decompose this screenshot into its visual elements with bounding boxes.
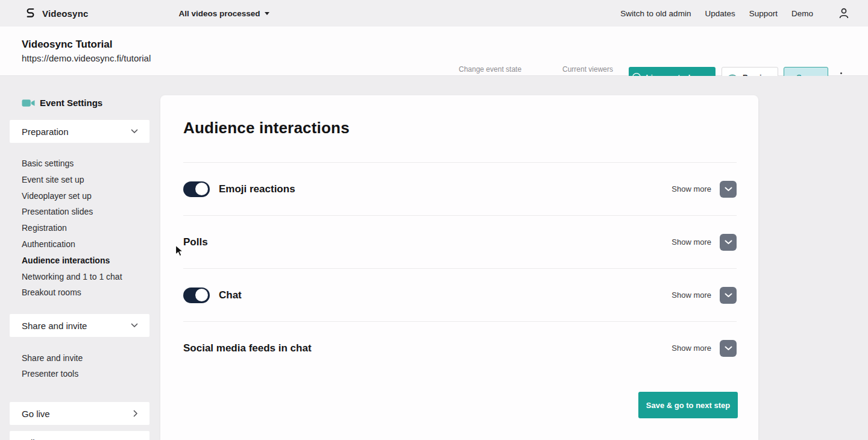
chevron-down-icon xyxy=(725,187,732,192)
feature-row-emoji-reactions: Emoji reactions Show more xyxy=(183,162,737,215)
sidebar-item-authentication[interactable]: Authentication xyxy=(10,236,149,253)
expand-button[interactable] xyxy=(720,287,737,304)
feature-row-polls: Polls Show more xyxy=(183,215,737,268)
videos-processed-dropdown[interactable]: All videos processed xyxy=(179,9,269,18)
page-title: Audience interactions xyxy=(183,119,758,137)
sidebar-item-videoplayer-set-up[interactable]: Videoplayer set up xyxy=(10,188,149,204)
share-invite-items: Share and invite Presenter tools xyxy=(10,337,149,389)
sidebar-item-basic-settings[interactable]: Basic settings xyxy=(10,156,149,172)
feature-rows: Emoji reactions Show more Polls Show m xyxy=(160,162,758,374)
audience-interactions-panel: Audience interactions Emoji reactions Sh… xyxy=(160,95,758,440)
show-more-link[interactable]: Show more xyxy=(671,291,711,300)
sidebar-item-networking-1to1-chat[interactable]: Networking and 1 to 1 chat xyxy=(10,269,149,285)
event-title: Videosync Tutorial xyxy=(22,39,868,51)
sidebar-item-registration[interactable]: Registration xyxy=(10,220,149,236)
sidebar-section-preparation[interactable]: Preparation xyxy=(10,120,149,143)
show-more-link[interactable]: Show more xyxy=(671,184,711,193)
topbar-links: Switch to old admin Updates Support Demo xyxy=(620,7,850,19)
toggle-knob xyxy=(195,183,208,195)
sidebar-item-breakout-rooms[interactable]: Breakout rooms xyxy=(10,284,149,301)
event-header: Videosync Tutorial https://demo.videosyn… xyxy=(0,27,868,76)
caret-down-icon xyxy=(265,12,269,15)
chevron-right-icon xyxy=(133,410,138,417)
chevron-down-icon xyxy=(725,293,732,298)
sidebar-section-edit[interactable]: Edit xyxy=(10,431,149,440)
demo-link[interactable]: Demo xyxy=(791,9,813,18)
top-navigation-bar: Videosync All videos processed Switch to… xyxy=(0,0,868,27)
show-more-link[interactable]: Show more xyxy=(671,237,711,247)
expand-button[interactable] xyxy=(720,340,737,357)
updates-link[interactable]: Updates xyxy=(705,9,735,18)
event-state-label: Change event state xyxy=(459,65,545,74)
feature-label: Polls xyxy=(183,236,208,248)
page-body: Event Settings Preparation Basic setting… xyxy=(0,76,868,440)
sidebar-section-share-and-invite[interactable]: Share and invite xyxy=(10,314,149,337)
account-menu[interactable] xyxy=(838,7,850,19)
video-camera-icon xyxy=(22,98,35,108)
save-next-step-button[interactable]: Save & go to next step xyxy=(638,392,738,418)
chevron-down-icon xyxy=(131,129,138,134)
emoji-reactions-toggle[interactable] xyxy=(183,181,210,197)
videosync-logo-icon xyxy=(24,7,37,20)
expand-button[interactable] xyxy=(720,181,737,198)
chat-toggle[interactable] xyxy=(183,288,210,303)
feature-label: Emoji reactions xyxy=(219,183,295,195)
event-url[interactable]: https://demo.videosync.fi/tutorial xyxy=(22,53,868,63)
sidebar-title-label: Event Settings xyxy=(40,98,102,108)
brand-name: Videosync xyxy=(42,8,89,19)
toggle-knob xyxy=(195,289,208,301)
feature-row-social-media-feeds: Social media feeds in chat Show more xyxy=(183,321,737,374)
support-link[interactable]: Support xyxy=(749,9,778,18)
chevron-down-icon xyxy=(725,240,732,245)
switch-old-admin-link[interactable]: Switch to old admin xyxy=(620,9,691,18)
sidebar-title: Event Settings xyxy=(10,98,149,108)
sidebar-section-go-live[interactable]: Go live xyxy=(10,402,149,425)
chevron-down-icon xyxy=(725,346,732,351)
show-more-link[interactable]: Show more xyxy=(671,344,711,353)
sidebar-item-presenter-tools[interactable]: Presenter tools xyxy=(10,366,149,382)
videos-processed-label: All videos processed xyxy=(179,9,260,18)
feature-label: Social media feeds in chat xyxy=(183,342,312,354)
feature-row-chat: Chat Show more xyxy=(183,268,737,321)
current-viewers-label: Current viewers xyxy=(562,65,613,74)
sidebar-item-event-site-set-up[interactable]: Event site set up xyxy=(10,172,149,188)
sidebar-item-share-and-invite[interactable]: Share and invite xyxy=(10,350,149,366)
preparation-items: Basic settings Event site set up Videopl… xyxy=(10,143,149,301)
chevron-down-icon xyxy=(131,323,138,328)
event-settings-sidebar: Event Settings Preparation Basic setting… xyxy=(10,98,149,440)
sidebar-item-audience-interactions[interactable]: Audience interactions xyxy=(10,253,149,269)
brand-logo[interactable]: Videosync xyxy=(24,7,89,20)
expand-button[interactable] xyxy=(720,234,737,251)
feature-label: Chat xyxy=(219,289,242,301)
sidebar-item-presentation-slides[interactable]: Presentation slides xyxy=(10,204,149,220)
user-icon xyxy=(838,7,850,19)
